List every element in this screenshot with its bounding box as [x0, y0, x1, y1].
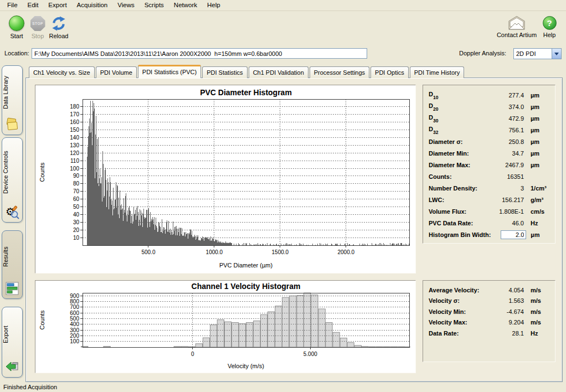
svg-text:Counts: Counts	[39, 162, 45, 182]
help-button[interactable]: ? Help	[538, 16, 560, 38]
svg-text:100: 100	[70, 338, 79, 344]
stat-unit: cm/s	[526, 208, 549, 215]
stat-value: 9.204	[491, 319, 526, 326]
stat-label: D32	[429, 126, 491, 134]
tab-ch1-velocity-vs-size[interactable]: Ch1 Velocity vs. Size	[29, 66, 95, 78]
tab-ch1-pdi-validation[interactable]: Ch1 PDI Validation	[249, 66, 308, 78]
stat-value: 1.808E-1	[491, 208, 526, 215]
svg-text:Velocity (m/s): Velocity (m/s)	[228, 363, 264, 369]
start-button[interactable]: Start	[6, 16, 28, 39]
stat-label: PVC Data Rate:	[429, 220, 491, 226]
sidebar-item-results[interactable]: Results	[2, 230, 23, 299]
stat-label: Number Density:	[429, 185, 491, 192]
velocity-stat-row-velocity-min: Velocity Min:-4.674m/s	[429, 306, 549, 317]
tab-pdi-statistics-pvc[interactable]: PDI Statistics (PVC)	[138, 65, 201, 78]
histogram-bin-width-input[interactable]	[501, 230, 526, 239]
diameter-stat-row-diameter: Diameter σ:250.8µm	[429, 136, 549, 147]
svg-text:Channel 1 Velocity Histogram: Channel 1 Velocity Histogram	[192, 282, 301, 291]
stat-value: 756.1	[491, 127, 526, 133]
diameter-stat-row-d30: D30472.9µm	[429, 112, 549, 124]
svg-text:130: 130	[70, 142, 79, 148]
menu-item-views[interactable]: Views	[112, 0, 139, 10]
svg-text:80: 80	[73, 180, 80, 187]
stat-label: Counts:	[429, 173, 491, 180]
svg-text:1500.0: 1500.0	[272, 249, 289, 255]
start-label: Start	[6, 33, 28, 39]
envelope-icon	[507, 16, 527, 30]
diameter-stat-row-d32: D32756.1µm	[429, 124, 549, 136]
diameter-stat-row-d20: D20374.0µm	[429, 101, 549, 112]
stat-unit: µm	[526, 162, 549, 168]
stop-icon: STOP	[30, 16, 45, 31]
svg-text:30: 30	[73, 219, 80, 225]
tab-pdi-optics[interactable]: PDI Optics	[371, 66, 409, 78]
reload-icon	[50, 16, 67, 32]
menu-item-edit[interactable]: Edit	[23, 0, 44, 10]
stat-value: 277.4	[491, 92, 526, 99]
diameter-stat-row-pvc-data-rate: PVC Data Rate:46.0Hz	[429, 217, 549, 229]
export-arrow-icon	[5, 360, 19, 374]
menu-item-acquisition[interactable]: Acquisition	[72, 0, 113, 10]
sidebar-item-data-library[interactable]: Data Library	[2, 65, 23, 135]
stat-value: 28.1	[491, 330, 526, 337]
stat-unit: µm	[526, 92, 549, 99]
doppler-analysis-value: 2D PDI	[514, 50, 552, 57]
tab-pdi-statistics[interactable]: PDI Statistics	[202, 66, 247, 78]
reload-button[interactable]: Reload	[47, 16, 71, 39]
stat-unit: 1/cm³	[526, 185, 549, 192]
tab-pdi-volume[interactable]: PDI Volume	[96, 66, 137, 78]
location-input[interactable]	[32, 48, 367, 59]
menu-item-help[interactable]: Help	[202, 0, 225, 10]
tab-bar: Ch1 Velocity vs. SizePDI VolumePDI Stati…	[29, 65, 465, 78]
velocity-statistics-panel: Average Velocity:4.054m/sVelocity σ:1.56…	[423, 280, 555, 362]
sidebar-item-label: Export	[2, 312, 22, 357]
stat-value: 46.0	[491, 220, 526, 226]
stat-label: Velocity σ:	[429, 297, 491, 304]
diameter-stat-row-diameter-max: Diameter Max:2467.9µm	[429, 159, 549, 171]
contact-artium-button[interactable]: Contact Artium	[493, 16, 541, 38]
diameter-stat-row-counts: Counts:16351	[429, 171, 549, 182]
svg-text:300: 300	[70, 327, 79, 333]
status-bar: Finished Acquisition	[0, 382, 566, 392]
menu-item-scripts[interactable]: Scripts	[140, 0, 169, 10]
svg-text:500: 500	[70, 316, 79, 322]
sidebar-item-export[interactable]: Export	[2, 307, 23, 378]
toolbar: Start STOP Stop Reload Contact Artium ? …	[0, 11, 566, 47]
tab-pdi-time-history[interactable]: PDI Time History	[410, 66, 465, 78]
location-row: Location: Doppler Analysis: 2D PDI	[0, 47, 566, 62]
doppler-analysis-select[interactable]: 2D PDI	[513, 48, 562, 59]
svg-text:100: 100	[70, 166, 79, 172]
stat-unit: g/m³	[526, 197, 549, 203]
sidebar-item-label: Results	[2, 235, 22, 278]
velocity-stat-row-average-velocity: Average Velocity:4.054m/s	[429, 285, 549, 296]
stat-unit: µm	[526, 150, 549, 157]
stat-label: D10	[429, 91, 491, 99]
svg-text:2000.0: 2000.0	[338, 249, 355, 255]
svg-text:110: 110	[70, 158, 79, 164]
diameter-stat-row-diameter-min: Diameter Min:34.7µm	[429, 147, 549, 159]
doppler-analysis-label: Doppler Analysis:	[459, 50, 506, 56]
stat-label: Diameter Max:	[429, 162, 491, 168]
diameter-stat-row-histogram-bin-width: Histogram Bin Width:µm	[429, 229, 549, 240]
stat-unit: µm	[526, 104, 549, 110]
menu-item-network[interactable]: Network	[169, 0, 202, 10]
help-icon: ?	[543, 16, 557, 30]
diameter-stat-row-lwc: LWC:156.217g/m³	[429, 194, 549, 205]
svg-text:PVC Diameter (µm): PVC Diameter (µm)	[219, 262, 272, 269]
pvc-diameter-histogram-panel: PVC Diameter Histogram102030405060708090…	[35, 85, 416, 274]
tab-processor-settings[interactable]: Processor Settings	[310, 66, 369, 78]
stat-value: 34.7	[491, 150, 526, 157]
dropdown-arrow-icon[interactable]	[552, 49, 561, 59]
stat-label: Average Velocity:	[429, 287, 491, 293]
sidebar-item-device-controls[interactable]: Device Controls⚙	[2, 137, 23, 223]
stat-value: 16351	[491, 173, 526, 180]
menu-item-export[interactable]: Export	[43, 0, 71, 10]
svg-text:120: 120	[70, 150, 79, 156]
svg-text:10: 10	[73, 235, 80, 241]
menu-item-file[interactable]: File	[2, 0, 23, 10]
stat-value: 4.054	[491, 287, 526, 293]
gears-icon: ⚙	[5, 205, 19, 219]
diameter-stat-row-number-density: Number Density:31/cm³	[429, 182, 549, 194]
svg-text:800: 800	[70, 298, 79, 305]
svg-text:60: 60	[73, 196, 80, 202]
